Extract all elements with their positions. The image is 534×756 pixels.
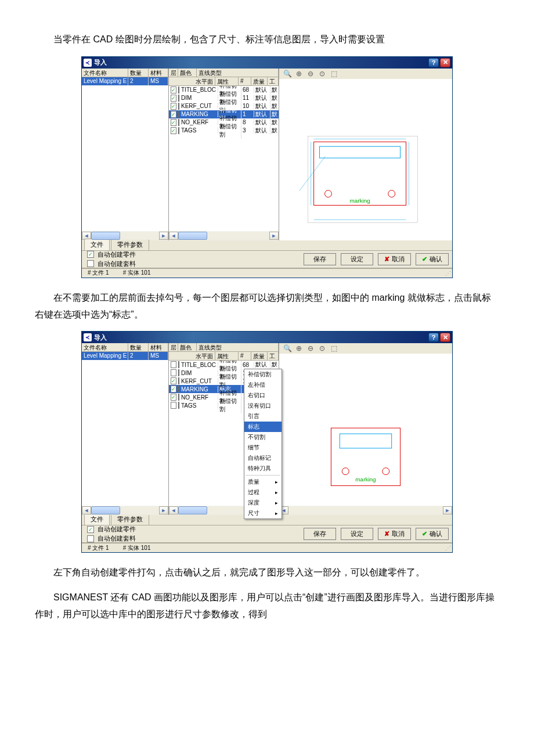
preview-pane-2[interactable]: 🔍 ⊕ ⊖ ⊙ ⬚ marking ◄ ►: [279, 343, 452, 515]
color-swatch[interactable]: [178, 394, 179, 401]
settings-button[interactable]: 设定: [341, 528, 373, 540]
menu-item[interactable]: 特种刀具: [244, 463, 282, 474]
auto-create-part-checkbox[interactable]: ✓自动创建零件: [85, 250, 136, 259]
menu-item-submenu[interactable]: 尺寸▸: [244, 508, 282, 519]
zoom-out-icon[interactable]: ⊖: [306, 69, 315, 78]
col-color[interactable]: 颜色: [178, 69, 197, 77]
help-button[interactable]: ?: [428, 58, 439, 67]
layer-checkbox[interactable]: ✓: [171, 361, 176, 368]
menu-item[interactable]: 没有切口: [244, 401, 282, 411]
menu-item[interactable]: 标志: [244, 422, 282, 432]
zoom-in-icon[interactable]: ⊕: [294, 69, 304, 78]
col-material[interactable]: 材料: [149, 69, 168, 77]
zoom-in-icon[interactable]: ⊕: [294, 344, 304, 353]
menu-item[interactable]: 左补偿: [244, 380, 282, 390]
layer-checkbox[interactable]: ✓: [171, 87, 176, 93]
color-swatch[interactable]: [178, 119, 179, 126]
resize-grip-icon[interactable]: ⋰: [445, 545, 450, 551]
color-swatch[interactable]: [178, 386, 179, 393]
layer-checkbox[interactable]: ✓: [171, 103, 176, 110]
zoom-icon[interactable]: 🔍: [283, 344, 292, 353]
menu-item[interactable]: 引言: [244, 411, 282, 422]
zoom-fit-icon[interactable]: ⊙: [317, 69, 327, 78]
scroll-left-icon[interactable]: ◄: [82, 506, 91, 514]
menu-item-submenu[interactable]: 深度▸: [244, 498, 282, 508]
layer-checkbox[interactable]: ✓: [171, 95, 176, 102]
menu-item[interactable]: 自动标记: [244, 453, 282, 463]
menu-item[interactable]: 不切割: [244, 432, 282, 442]
col-hash[interactable]: #: [239, 77, 251, 86]
menu-item[interactable]: 补偿切割: [244, 369, 282, 380]
save-button[interactable]: 保存: [304, 528, 336, 540]
home-icon[interactable]: ⬚: [329, 69, 338, 78]
auto-create-nest-checkbox[interactable]: ✓自动创建套料: [85, 260, 136, 268]
col-attr[interactable]: 属性: [215, 77, 239, 86]
color-swatch[interactable]: [178, 103, 179, 110]
color-swatch[interactable]: [178, 111, 179, 118]
col-layer[interactable]: 层: [169, 69, 178, 77]
col-hash[interactable]: #: [239, 352, 251, 361]
layer-checkbox[interactable]: ✓: [171, 127, 176, 134]
file-pane-scrollbar[interactable]: ◄ ►: [82, 231, 168, 240]
settings-button[interactable]: 设定: [341, 253, 373, 265]
zoom-fit-icon[interactable]: ⊙: [317, 344, 327, 353]
file-row[interactable]: Level Mapping E 2 MS: [82, 77, 168, 85]
color-swatch[interactable]: [178, 402, 179, 409]
menu-item-submenu[interactable]: 质量▸: [244, 477, 282, 487]
ok-button[interactable]: ✔确认: [416, 528, 449, 540]
file-row[interactable]: Level Mapping E 2 MS: [82, 352, 168, 360]
layer-checkbox[interactable]: ✓: [171, 377, 176, 384]
help-button[interactable]: ?: [428, 333, 439, 342]
col-qty[interactable]: 数量: [128, 343, 149, 352]
close-button[interactable]: ✕: [440, 58, 450, 67]
titlebar[interactable]: ≺ 导入 ? ✕: [82, 57, 452, 69]
home-icon[interactable]: ⬚: [329, 344, 338, 353]
close-button[interactable]: ✕: [440, 333, 450, 342]
color-swatch[interactable]: [178, 369, 179, 376]
scroll-right-icon[interactable]: ►: [443, 506, 452, 514]
col-color[interactable]: 颜色: [178, 343, 197, 352]
col-qty[interactable]: 数量: [128, 69, 149, 77]
col-quality[interactable]: 质量: [251, 77, 268, 86]
tab-part-params[interactable]: 零件参数: [111, 239, 149, 250]
col-tool[interactable]: 工: [268, 352, 279, 361]
col-filename[interactable]: 文件名称: [82, 343, 128, 352]
layer-checkbox[interactable]: ✓: [171, 386, 176, 393]
scroll-left-icon[interactable]: ◄: [169, 506, 178, 514]
scroll-left-icon[interactable]: ◄: [169, 232, 178, 240]
auto-create-nest-checkbox[interactable]: ✓自动创建套料: [85, 534, 136, 543]
scroll-right-icon[interactable]: ►: [269, 232, 279, 240]
color-swatch[interactable]: [178, 377, 179, 384]
zoom-out-icon[interactable]: ⊖: [306, 344, 315, 353]
preview-scrollbar[interactable]: ◄ ►: [279, 506, 452, 515]
color-swatch[interactable]: [178, 127, 179, 134]
menu-item[interactable]: 右切口: [244, 390, 282, 401]
scroll-right-icon[interactable]: ►: [159, 232, 168, 240]
layer-checkbox[interactable]: ✓: [171, 369, 176, 376]
layer-checkbox[interactable]: ✓: [171, 402, 176, 409]
col-layer[interactable]: 层: [169, 343, 178, 352]
tab-file[interactable]: 文件: [84, 513, 110, 525]
preview-pane-1[interactable]: 🔍 ⊕ ⊖ ⊙ ⬚ marking: [279, 69, 452, 240]
tab-part-params[interactable]: 零件参数: [111, 513, 149, 525]
menu-item-submenu[interactable]: 过程▸: [244, 487, 282, 498]
menu-item[interactable]: 细节: [244, 442, 282, 453]
col-quality[interactable]: 质量: [251, 352, 268, 361]
ok-button[interactable]: ✔确认: [416, 253, 449, 265]
layer-checkbox[interactable]: ✓: [171, 119, 176, 126]
layer-pane-scrollbar[interactable]: ◄ ►: [169, 231, 279, 240]
cancel-button[interactable]: ✘取消: [378, 253, 411, 265]
layer-row[interactable]: ✓TAGS补偿切割3默认默: [169, 127, 279, 135]
save-button[interactable]: 保存: [304, 253, 336, 265]
layer-checkbox[interactable]: ✓: [171, 111, 176, 118]
col-tool[interactable]: 工: [268, 77, 279, 86]
color-swatch[interactable]: [178, 95, 179, 102]
col-filename[interactable]: 文件名称: [82, 69, 128, 77]
col-linetype[interactable]: 直线类型: [197, 343, 279, 352]
col-linetype[interactable]: 直线类型: [197, 69, 279, 77]
tab-file[interactable]: 文件: [84, 239, 110, 250]
col-material[interactable]: 材料: [149, 343, 168, 352]
color-swatch[interactable]: [178, 87, 179, 93]
context-menu[interactable]: 补偿切割左补偿右切口没有切口引言标志不切割细节自动标记特种刀具质量▸过程▸深度▸…: [244, 369, 282, 519]
layer-checkbox[interactable]: ✓: [171, 394, 176, 401]
